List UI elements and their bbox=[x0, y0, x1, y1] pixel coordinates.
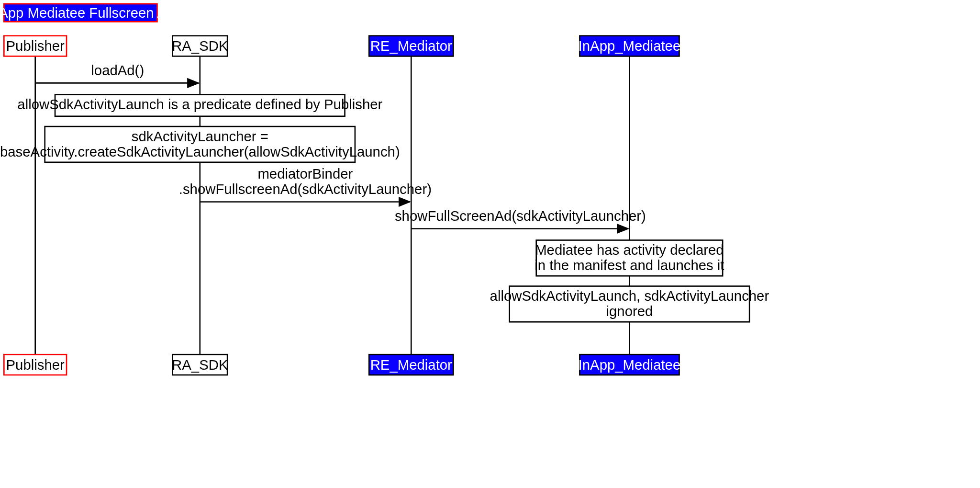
note-manifest-text-l1: Mediatee has activity declared bbox=[535, 242, 724, 258]
sequence-diagram: InApp Mediatee Fullscreen Ad Publisher R… bbox=[0, 0, 980, 488]
msg-mediator-binder-l2: .showFullscreenAd(sdkActivityLauncher) bbox=[179, 181, 432, 197]
actor-ra-sdk-bottom-label: RA_SDK bbox=[172, 357, 228, 373]
actor-re-mediator-top-label: RE_Mediator bbox=[370, 38, 452, 54]
actor-publisher-bottom-label: Publisher bbox=[6, 357, 65, 373]
actor-inapp-mediatee-bottom-label: InApp_Mediatee bbox=[579, 357, 681, 373]
actor-re-mediator-bottom-label: RE_Mediator bbox=[370, 357, 452, 373]
msg-loadad-label: loadAd() bbox=[91, 62, 144, 78]
actor-ra-sdk-top-label: RA_SDK bbox=[172, 38, 228, 54]
note-allow-predicate-text: allowSdkActivityLaunch is a predicate de… bbox=[17, 96, 382, 112]
note-sdk-launcher-text-l1: sdkActivityLauncher = bbox=[132, 128, 268, 144]
msg-show-fullscreen-label: showFullScreenAd(sdkActivityLauncher) bbox=[395, 208, 646, 224]
note-ignored-text-l2: ignored bbox=[606, 303, 653, 319]
actor-publisher-top-label: Publisher bbox=[6, 38, 65, 54]
note-sdk-launcher-text-l2: baseActivity.createSdkActivityLauncher(a… bbox=[0, 144, 400, 159]
note-manifest-text-l2: in the manifest and launches it bbox=[535, 257, 724, 273]
msg-mediator-binder-l1: mediatorBinder bbox=[257, 166, 353, 182]
note-ignored-text-l1: allowSdkActivityLaunch, sdkActivityLaunc… bbox=[490, 288, 769, 304]
actor-inapp-mediatee-top-label: InApp_Mediatee bbox=[579, 38, 681, 54]
diagram-title: InApp Mediatee Fullscreen Ad bbox=[0, 5, 174, 21]
